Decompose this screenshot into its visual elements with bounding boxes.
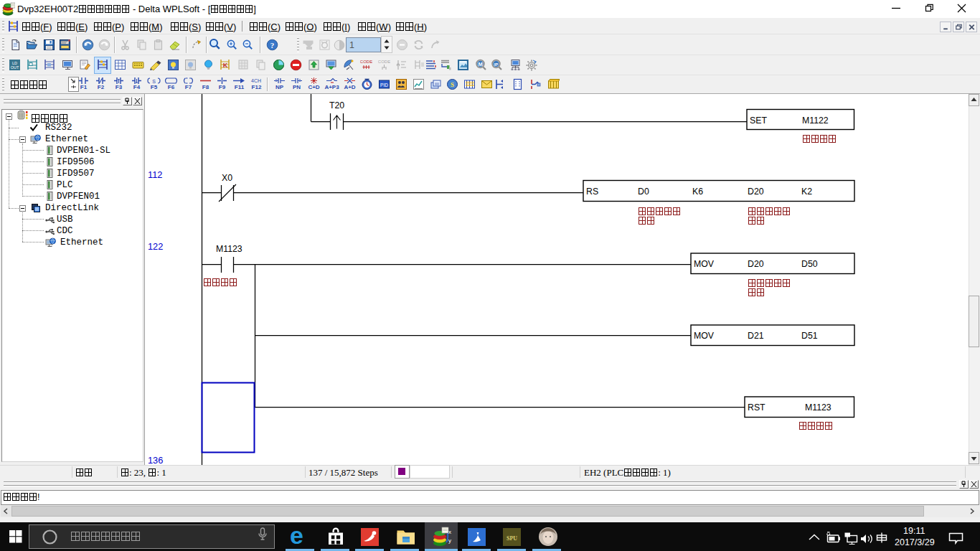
svg-text:LD: LD	[12, 61, 17, 65]
svg-text:M1122: M1122	[802, 116, 829, 126]
svg-text:?: ?	[270, 41, 275, 50]
svg-text:OUT: OUT	[11, 65, 19, 70]
svg-text:RST: RST	[748, 402, 765, 413]
svg-text:RS: RS	[586, 187, 598, 197]
svg-text:M1123: M1123	[216, 244, 242, 254]
svg-text:4CH: 4CH	[251, 78, 261, 83]
svg-text:M: M	[478, 61, 482, 67]
svg-text:D20: D20	[748, 259, 764, 269]
svg-text:K: K	[223, 62, 228, 69]
svg-text:IP: IP	[494, 62, 499, 67]
svg-text:D51: D51	[801, 331, 818, 341]
svg-text:MOV: MOV	[694, 331, 715, 341]
svg-text:112: 112	[148, 169, 162, 180]
svg-text:D20: D20	[748, 187, 764, 197]
svg-text:S: S	[152, 79, 156, 84]
svg-text:K2: K2	[801, 187, 812, 197]
svg-text:M1123: M1123	[805, 402, 831, 413]
svg-text:PID: PID	[380, 83, 388, 88]
svg-text:S: S	[451, 81, 454, 88]
svg-text:SPU: SPU	[507, 535, 517, 542]
svg-text:K6: K6	[692, 187, 703, 197]
svg-text:136: 136	[148, 455, 163, 465]
svg-text:122: 122	[148, 241, 163, 252]
svg-text:D21: D21	[748, 331, 764, 341]
svg-text:CODE: CODE	[360, 60, 372, 64]
svg-text:T20: T20	[329, 100, 344, 110]
svg-text:SET: SET	[750, 116, 767, 126]
svg-text:X0: X0	[222, 173, 232, 183]
svg-text:x: x	[448, 529, 451, 535]
svg-text:y: y	[448, 537, 451, 544]
svg-text:D0: D0	[638, 187, 649, 197]
svg-text:D50: D50	[801, 259, 818, 269]
svg-text:MOV: MOV	[694, 259, 715, 269]
svg-text:CODE: CODE	[378, 60, 390, 64]
